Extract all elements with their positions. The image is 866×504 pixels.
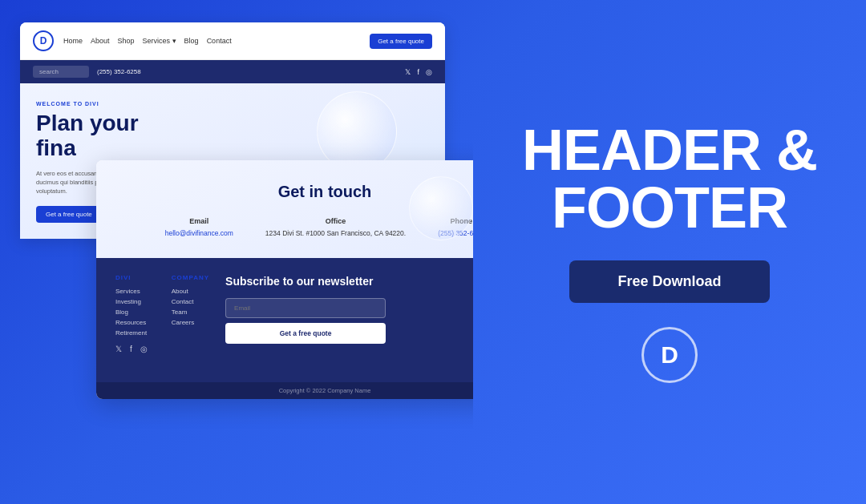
right-panel: HEADER & FOOTER Free Download D (473, 0, 866, 504)
newsletter-section: Subscribe to our newsletter Get a free q… (225, 274, 473, 366)
newsletter-title: Subscribe to our newsletter (225, 274, 473, 288)
email-value: hello@divifinance.com (165, 228, 233, 239)
list-item[interactable]: Resources (115, 319, 148, 326)
search-input[interactable]: search (33, 66, 89, 78)
list-item[interactable]: Retirement (115, 329, 148, 337)
footer-bottom: DIVI Services Investing Blog Resources R… (96, 258, 473, 382)
twitter-icon[interactable]: 𝕏 (115, 345, 122, 353)
facebook-icon[interactable]: f (130, 345, 132, 353)
nav-link-shop[interactable]: Shop (118, 37, 135, 45)
list-item[interactable]: Careers (172, 319, 209, 326)
list-item[interactable]: Contact (172, 298, 209, 305)
left-panel: D Home About Shop Services Blog Contact … (0, 0, 473, 504)
nav-link-contact[interactable]: Contact (207, 37, 232, 45)
social-icons: 𝕏 f ◎ (405, 68, 432, 76)
nav-bar: D Home About Shop Services Blog Contact … (20, 22, 445, 60)
contact-bubble-decoration (409, 176, 473, 240)
hero-cta-button[interactable]: Get a free quote (36, 206, 102, 223)
main-title-line2: FOOTER (522, 179, 817, 236)
twitter-icon[interactable]: 𝕏 (405, 68, 411, 76)
email-label: Email (165, 217, 233, 225)
footer-col2-title: COMPANY (172, 274, 209, 281)
footer-col2-links: About Contact Team Careers (172, 288, 209, 326)
hero-bubble-decoration (317, 91, 397, 171)
footer-preview-card: Get in touch Email hello@divifinance.com… (96, 160, 473, 399)
list-item[interactable]: Team (172, 308, 209, 316)
main-title-line1: HEADER & (522, 121, 817, 179)
contact-office-col: Office 1234 Divi St. #1000 San Francisco… (265, 217, 406, 239)
footer-social-icons: 𝕏 f ◎ (115, 345, 148, 353)
footer-copyright: Copyright © 2022 Company Name (96, 382, 473, 399)
nav-link-home[interactable]: Home (63, 37, 83, 45)
facebook-icon[interactable]: f (417, 68, 419, 76)
contact-section: Get in touch Email hello@divifinance.com… (96, 160, 473, 258)
instagram-icon[interactable]: ◎ (140, 345, 148, 353)
nav-links: Home About Shop Services Blog Contact (63, 37, 360, 45)
nav-link-services[interactable]: Services (143, 37, 176, 45)
office-value: 1234 Divi St. #1000 San Francisco, CA 94… (265, 228, 406, 239)
list-item[interactable]: Services (115, 288, 148, 295)
nav-logo: D (33, 30, 54, 51)
title-block: HEADER & FOOTER (522, 121, 817, 236)
footer-col-divi: DIVI Services Investing Blog Resources R… (115, 274, 148, 353)
free-download-button[interactable]: Free Download (569, 260, 770, 303)
nav-link-about[interactable]: About (91, 37, 110, 45)
list-item[interactable]: Blog (115, 308, 148, 316)
instagram-icon[interactable]: ◎ (426, 68, 432, 76)
contact-email-col: Email hello@divifinance.com (165, 217, 233, 239)
sub-nav: search (255) 352-6258 𝕏 f ◎ (20, 60, 445, 83)
footer-content: DIVI Services Investing Blog Resources R… (115, 274, 473, 366)
office-label: Office (265, 217, 406, 225)
footer-col1-links: Services Investing Blog Resources Retire… (115, 288, 148, 337)
footer-col-company: COMPANY About Contact Team Careers (172, 274, 209, 353)
phone-number: (255) 352-6258 (97, 68, 141, 75)
divi-logo-icon: D (641, 327, 698, 383)
nav-link-blog[interactable]: Blog (184, 37, 199, 45)
footer-link-columns: DIVI Services Investing Blog Resources R… (115, 274, 209, 353)
newsletter-email-input[interactable] (225, 298, 386, 318)
list-item[interactable]: Investing (115, 298, 148, 305)
footer-col1-title: DIVI (115, 274, 148, 281)
list-item[interactable]: About (172, 288, 209, 295)
newsletter-submit-button[interactable]: Get a free quote (225, 323, 386, 344)
nav-cta-button[interactable]: Get a free quote (370, 34, 432, 49)
